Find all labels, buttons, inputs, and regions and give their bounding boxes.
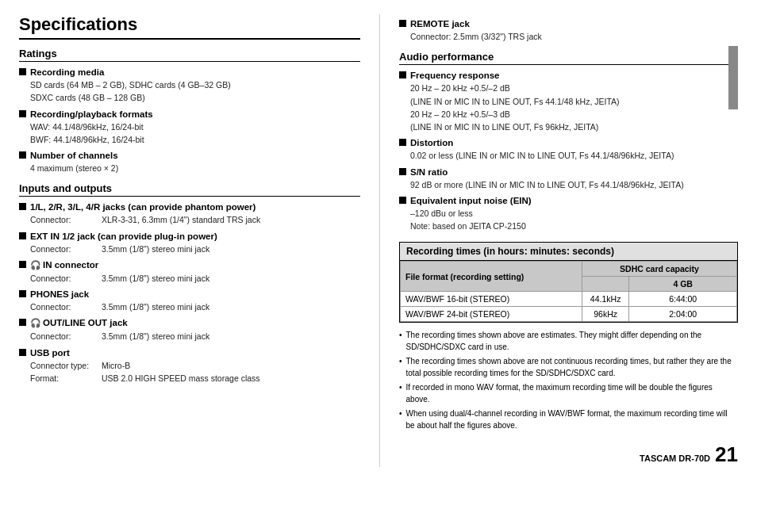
recording-media-line-1: SD cards (64 MB – 2 GB), SDHC cards (4 G… [30,78,360,91]
remote-jack-line-1: Connector: 2.5mm (3/32") TRS jack [410,30,738,43]
ratings-section-title: Ratings [19,48,360,62]
remote-jack-label: REMOTE jack [410,19,470,29]
bullet-icon [19,110,26,117]
freq-response-line-4: (LINE IN or MIC IN to LINE OUT, Fs 96kHz… [410,121,738,133]
recording-media-body: SD cards (64 MB – 2 GB), SDHC cards (4 G… [19,78,360,105]
phones-label: PHONES jack [30,289,89,299]
channels-line-1: 4 maximum (stereo × 2) [30,162,360,174]
distortion-header: Distortion [399,138,738,147]
usb-port-row-2: Format: USB 2.0 HIGH SPEED mass storage … [30,372,360,385]
table-cell-time: 2:04:00 [629,307,737,322]
recording-times-table-body: WAV/BWF 16-bit (STEREO) 44.1kHz 6:44:00 … [401,292,737,322]
remote-jack-section: REMOTE jack Connector: 2.5mm (3/32") TRS… [399,19,738,43]
table-row: WAV/BWF 16-bit (STEREO) 44.1kHz 6:44:00 [401,292,737,307]
ext-in-label: EXT IN 1/2 jack (can provide plug-in pow… [30,232,217,241]
out-line-out-key: Connector: [30,330,102,343]
ext-in-key: Connector: [30,243,102,255]
recording-playback-header: Recording/playback formats [19,109,360,119]
table-col-khz [582,277,628,292]
ext-in-value: 3.5mm (1/8") stereo mini jack [102,243,209,255]
jacks-body: Connector: XLR-3-31, 6.3mm (1/4") standa… [19,213,360,226]
in-connector-value: 3.5mm (1/8") stereo mini jack [102,272,209,285]
out-line-out-header: 🎧 OUT/LINE OUT jack [19,318,360,328]
recording-times-section: Recording times (in hours: minutes: seco… [399,242,738,323]
bullet-icon [399,71,406,78]
bullet-icon [19,319,26,326]
jacks-header: 1/L, 2/R, 3/L, 4/R jacks (can provide ph… [19,202,360,212]
recording-times-table: File format (recording setting) SDHC car… [400,261,737,322]
out-line-out-label: OUT/LINE OUT jack [43,318,128,327]
recording-playback-label: Recording/playback formats [30,109,153,119]
recording-note: When using dual/4-channel recording in W… [399,408,738,431]
distortion-line-1: 0.02 or less (LINE IN or MIC IN to LINE … [410,149,738,162]
freq-response-line-1: 20 Hz – 20 kHz +0.5/–2 dB [410,82,738,94]
usb-port-label: USB port [30,348,70,358]
usb-port-key-1: Connector type: [30,359,102,372]
ext-in-row: Connector: 3.5mm (1/8") stereo mini jack [30,243,360,255]
freq-response-line-2: (LINE IN or MIC IN to LINE OUT, Fs 44.1/… [410,95,738,108]
phones-value: 3.5mm (1/8") stereo mini jack [102,300,209,313]
sn-ratio-body: 92 dB or more (LINE IN or MIC IN to LINE… [399,178,738,191]
jacks-label: 1/L, 2/R, 3/L, 4/R jacks (can provide ph… [30,202,256,212]
headphone-icon: 🎧 [30,318,41,328]
recording-note: The recording times shown above are not … [399,355,738,379]
headphone-icon: 🎧 [30,260,41,270]
bullet-icon [19,349,26,356]
distortion-label: Distortion [410,138,453,147]
sn-ratio-label: S/N ratio [410,167,448,177]
recording-media-label: Recording media [30,67,104,77]
table-cell-time: 6:44:00 [629,292,737,307]
distortion-body: 0.02 or less (LINE IN or MIC IN to LINE … [399,149,738,162]
right-column: REMOTE jack Connector: 2.5mm (3/32") TRS… [380,14,738,467]
usb-port-body: Connector type: Micro-B Format: USB 2.0 … [19,359,360,385]
channels-body: 4 maximum (stereo × 2) [19,162,360,174]
remote-jack-header: REMOTE jack [399,19,738,29]
usb-port-header: USB port [19,348,360,358]
bullet-icon [19,290,26,297]
phones-row: Connector: 3.5mm (1/8") stereo mini jack [30,300,360,313]
in-connector-header: 🎧 IN connector [19,260,360,270]
out-line-out-row: Connector: 3.5mm (1/8") stereo mini jack [30,330,360,343]
jacks-key: Connector: [30,213,102,226]
recording-note: If recorded in mono WAV format, the maxi… [399,381,738,405]
footer-page: 21 [715,442,738,467]
ein-header: Equivalent input noise (EIN) [399,196,738,205]
table-cell-format: WAV/BWF 24-bit (STEREO) [401,307,582,322]
recording-times-title: Recording times (in hours: minutes: seco… [400,243,737,261]
recording-media-header: Recording media [19,67,360,77]
phones-header: PHONES jack [19,289,360,299]
bullet-icon [399,197,406,204]
out-line-out-value: 3.5mm (1/8") stereo mini jack [102,330,209,343]
sn-ratio-line-1: 92 dB or more (LINE IN or MIC IN to LINE… [410,178,738,191]
ein-line-2: Note: based on JEITA CP-2150 [410,220,738,232]
recording-media-line-2: SDXC cards (48 GB – 128 GB) [30,91,360,104]
bullet-icon [399,168,406,175]
bullet-icon [19,261,26,268]
table-cell-khz: 96kHz [582,307,628,322]
out-line-out-body: Connector: 3.5mm (1/8") stereo mini jack [19,330,360,343]
table-col-sdhc-header: SDHC card capacity [582,262,736,277]
bullet-icon [19,203,26,210]
table-col-format: File format (recording setting) [401,262,582,292]
table-col-4gb: 4 GB [629,277,737,292]
audio-performance-section-title: Audio performance [399,51,738,65]
footer-brand: TASCAM DR-70D [640,454,710,463]
in-connector-label: IN connector [43,260,98,270]
jacks-row: Connector: XLR-3-31, 6.3mm (1/4") standa… [30,213,360,226]
ext-in-body: Connector: 3.5mm (1/8") stereo mini jack [19,243,360,255]
recording-playback-line-2: BWF: 44.1/48/96kHz, 16/24-bit [30,133,360,146]
bullet-icon [399,20,406,27]
ext-in-header: EXT IN 1/2 jack (can provide plug-in pow… [19,232,360,241]
usb-port-value-2: USB 2.0 HIGH SPEED mass storage class [102,372,260,385]
ein-label: Equivalent input noise (EIN) [410,196,532,205]
bullet-icon [399,139,406,146]
usb-port-row-1: Connector type: Micro-B [30,359,360,372]
recording-playback-line-1: WAV: 44.1/48/96kHz, 16/24-bit [30,121,360,133]
channels-label: Number of channels [30,151,118,160]
inputs-outputs-section-title: Inputs and outputs [19,182,360,197]
freq-response-label: Frequency response [410,71,499,80]
left-column: Specifications Ratings Recording media S… [19,14,380,467]
ein-body: –120 dBu or less Note: based on JEITA CP… [399,207,738,233]
jacks-value: XLR-3-31, 6.3mm (1/4") standard TRS jack [102,213,260,226]
ein-line-1: –120 dBu or less [410,207,738,220]
